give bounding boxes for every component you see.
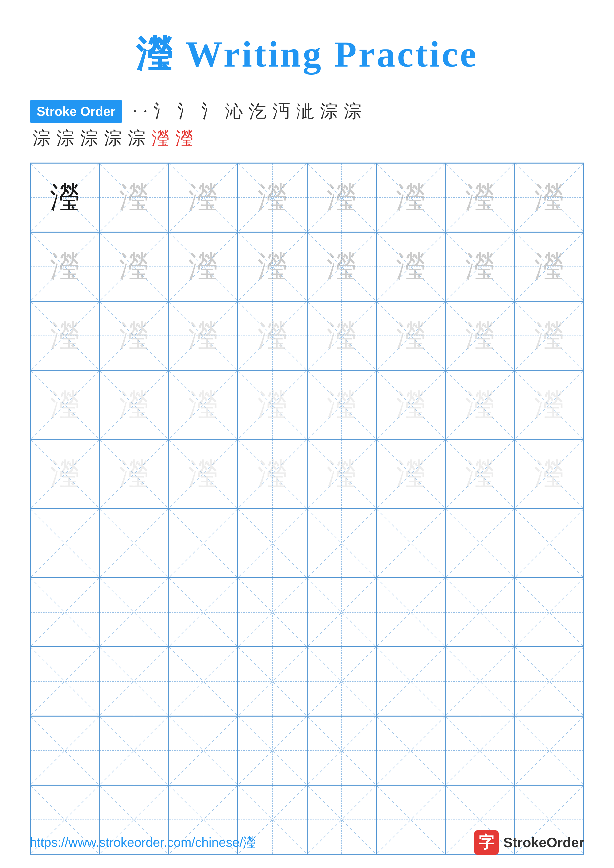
grid-cell[interactable]	[99, 509, 168, 578]
grid-cell[interactable]: 瀅	[307, 439, 376, 508]
grid-cell[interactable]	[307, 647, 376, 716]
grid-cell[interactable]	[99, 716, 168, 785]
grid-cell[interactable]: 瀅	[99, 163, 168, 232]
grid-cell[interactable]	[376, 647, 445, 716]
grid-cell[interactable]: 瀅	[515, 370, 584, 439]
grid-cell[interactable]: 瀅	[515, 232, 584, 301]
grid-cell[interactable]	[515, 716, 584, 785]
grid-cell[interactable]: 瀅	[169, 301, 238, 370]
footer-url-link[interactable]: https://www.strokeorder.com/chinese/瀅	[30, 834, 256, 851]
grid-cell[interactable]	[30, 647, 99, 716]
practice-char: 瀅	[119, 385, 149, 425]
svg-line-109	[446, 578, 514, 646]
grid-cell[interactable]	[169, 509, 238, 578]
svg-line-116	[169, 647, 237, 715]
grid-cell[interactable]	[169, 716, 238, 785]
grid-cell[interactable]: 瀅	[30, 232, 99, 301]
grid-cell[interactable]: 瀅	[99, 370, 168, 439]
grid-cell[interactable]	[445, 647, 515, 716]
grid-cell[interactable]: 瀅	[99, 232, 168, 301]
grid-cell[interactable]: 瀅	[30, 301, 99, 370]
svg-line-129	[31, 716, 99, 784]
grid-cell[interactable]: 瀅	[445, 439, 515, 508]
grid-cell[interactable]: 瀅	[238, 163, 307, 232]
grid-cell[interactable]: 瀅	[376, 439, 445, 508]
grid-cell[interactable]	[515, 647, 584, 716]
practice-char: 瀅	[396, 454, 426, 494]
svg-line-90	[377, 509, 445, 577]
grid-cell[interactable]	[238, 578, 307, 647]
grid-cell[interactable]	[30, 578, 99, 647]
grid-cell[interactable]	[30, 509, 99, 578]
grid-cell[interactable]: 瀅	[307, 301, 376, 370]
grid-cell[interactable]: 瀅	[445, 370, 515, 439]
grid-cell[interactable]	[445, 509, 515, 578]
grid-cell[interactable]: 瀅	[238, 370, 307, 439]
footer-logo-icon: 字	[474, 830, 499, 855]
grid-cell[interactable]	[169, 578, 238, 647]
grid-cell[interactable]	[99, 647, 168, 716]
stroke-char: 氵	[201, 99, 219, 124]
grid-cell[interactable]: 瀅	[376, 301, 445, 370]
grid-cell[interactable]	[307, 716, 376, 785]
grid-cell[interactable]	[307, 509, 376, 578]
practice-char: 瀅	[50, 177, 80, 218]
grid-cell[interactable]: 瀅	[30, 439, 99, 508]
title-char: 瀅	[136, 34, 174, 74]
svg-line-107	[377, 578, 445, 646]
practice-char: 瀅	[534, 454, 564, 494]
grid-cell[interactable]: 瀅	[169, 370, 238, 439]
svg-line-99	[100, 578, 168, 646]
grid-cell[interactable]: 瀅	[169, 439, 238, 508]
practice-char: 瀅	[465, 454, 495, 494]
grid-cell[interactable]: 瀅	[238, 232, 307, 301]
grid-cell[interactable]: 瀅	[376, 232, 445, 301]
grid-cell[interactable]: 瀅	[238, 301, 307, 370]
svg-line-130	[100, 716, 168, 784]
svg-line-84	[169, 509, 237, 577]
grid-cell[interactable]	[30, 716, 99, 785]
grid-cell[interactable]: 瀅	[307, 163, 376, 232]
grid-cell[interactable]	[238, 716, 307, 785]
grid-cell[interactable]: 瀅	[515, 163, 584, 232]
grid-cell[interactable]: 瀅	[515, 301, 584, 370]
grid-cell[interactable]	[376, 578, 445, 647]
practice-char: 瀅	[50, 454, 80, 494]
svg-line-121	[308, 647, 376, 715]
grid-cell[interactable]	[376, 716, 445, 785]
svg-line-88	[308, 509, 376, 577]
grid-cell[interactable]	[515, 509, 584, 578]
grid-cell[interactable]: 瀅	[30, 163, 99, 232]
grid-cell[interactable]	[99, 578, 168, 647]
grid-cell[interactable]: 瀅	[445, 163, 515, 232]
grid-cell[interactable]: 瀅	[445, 232, 515, 301]
grid-cell[interactable]	[445, 578, 515, 647]
practice-char: 瀅	[119, 246, 149, 287]
grid-cell[interactable]: 瀅	[30, 370, 99, 439]
grid-cell[interactable]	[238, 647, 307, 716]
practice-char: 瀅	[465, 177, 495, 218]
grid-cell[interactable]	[445, 716, 515, 785]
svg-line-141	[446, 716, 514, 784]
grid-cell[interactable]: 瀅	[515, 439, 584, 508]
svg-line-80	[31, 509, 99, 577]
grid-cell[interactable]	[307, 578, 376, 647]
grid-cell[interactable]	[238, 509, 307, 578]
grid-cell[interactable]: 瀅	[307, 232, 376, 301]
grid-cell[interactable]: 瀅	[169, 232, 238, 301]
grid-cell[interactable]: 瀅	[99, 439, 168, 508]
grid-cell[interactable]	[169, 647, 238, 716]
grid-cell[interactable]: 瀅	[307, 370, 376, 439]
grid-cell[interactable]: 瀅	[376, 370, 445, 439]
grid-cell[interactable]: 瀅	[169, 163, 238, 232]
grid-cell[interactable]	[376, 509, 445, 578]
practice-char: 瀅	[534, 177, 564, 218]
practice-char: 瀅	[188, 316, 218, 356]
grid-cell[interactable]: 瀅	[445, 301, 515, 370]
svg-line-143	[515, 716, 583, 784]
grid-cell[interactable]: 瀅	[238, 439, 307, 508]
grid-row: 瀅 瀅 瀅 瀅 瀅 瀅 瀅	[30, 370, 584, 439]
grid-cell[interactable]	[515, 578, 584, 647]
grid-cell[interactable]: 瀅	[99, 301, 168, 370]
grid-cell[interactable]: 瀅	[376, 163, 445, 232]
